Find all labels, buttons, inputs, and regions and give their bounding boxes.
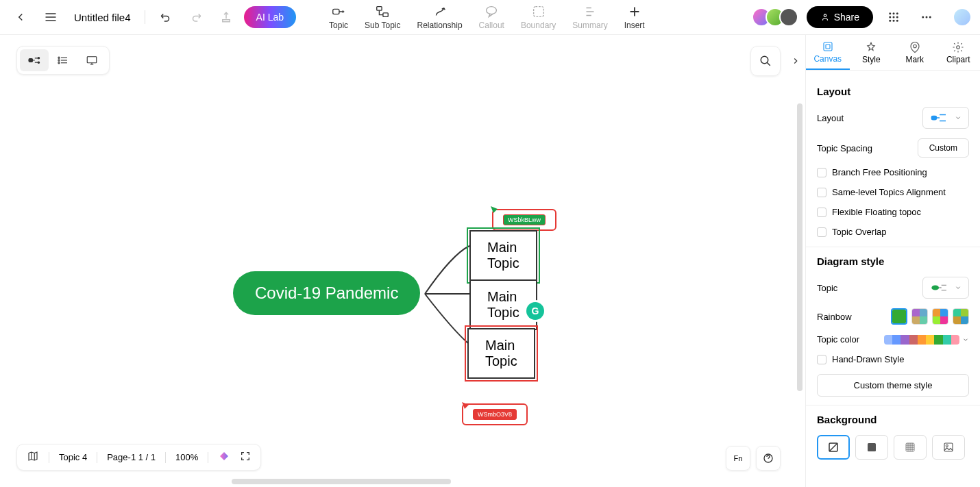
topic-style-select[interactable]	[922, 277, 969, 299]
svg-rect-27	[824, 42, 832, 51]
svg-point-32	[931, 285, 939, 290]
fullscreen-button[interactable]	[240, 451, 251, 464]
export-button[interactable]	[214, 5, 238, 29]
function-button[interactable]: Fn	[726, 446, 750, 471]
tab-style-label: Style	[862, 55, 881, 64]
collaborator-avatars[interactable]	[757, 8, 798, 27]
back-button[interactable]	[8, 5, 33, 29]
svg-point-5	[824, 14, 826, 17]
svg-point-37	[946, 445, 948, 447]
topic-count[interactable]: Topic 4	[59, 452, 87, 462]
tab-style[interactable]: Style	[850, 35, 894, 70]
main-topic-3[interactable]: Main Topic	[467, 328, 535, 379]
diagram-section-title: Diagram style	[817, 255, 969, 267]
grammarly-icon[interactable]: G	[526, 302, 544, 320]
branch-free-checkbox[interactable]: Branch Free Positioning	[817, 167, 969, 177]
file-name[interactable]: Untitled file4	[69, 12, 136, 23]
cursor-tag-2: WSmbO3V8	[473, 409, 517, 420]
main-topic-1[interactable]: Main Topic	[469, 230, 537, 281]
svg-rect-28	[826, 45, 830, 49]
custom-theme-button[interactable]: Custom theme style	[817, 374, 969, 397]
custom-spacing-button[interactable]: Custom	[918, 138, 969, 158]
same-level-checkbox[interactable]: Same-level Topics Alignment	[817, 187, 969, 197]
svg-point-7	[893, 12, 895, 14]
vertical-scrollbar[interactable]	[797, 103, 803, 391]
insert-label: Insert	[624, 21, 645, 30]
page-info[interactable]: Page-1 1 / 1	[107, 452, 156, 462]
svg-rect-36	[944, 443, 953, 451]
canvas[interactable]: Covid-19 Pandemic WSbkBLww Main Topic Ma…	[0, 35, 805, 487]
svg-point-21	[58, 57, 60, 58]
bg-pattern[interactable]	[894, 435, 927, 460]
boundary-label: Boundary	[521, 21, 556, 30]
rainbow-opt-2[interactable]	[911, 308, 928, 325]
summary-label: Summary	[572, 21, 607, 30]
central-topic[interactable]: Covid-19 Pandemic	[233, 271, 420, 315]
ai-lab-button[interactable]: AI Lab	[244, 6, 296, 28]
svg-rect-31	[931, 116, 936, 119]
hand-drawn-checkbox[interactable]: Hand-Drawn Style	[817, 354, 969, 364]
svg-point-10	[893, 16, 895, 18]
sub-topic-tool[interactable]: Sub Topic	[365, 4, 400, 30]
search-button[interactable]	[750, 46, 781, 76]
layout-select[interactable]	[922, 107, 969, 129]
background-section-title: Background	[817, 414, 969, 425]
rainbow-opt-3[interactable]	[932, 308, 948, 325]
svg-point-9	[889, 16, 891, 18]
svg-point-29	[914, 45, 917, 48]
svg-point-20	[38, 62, 39, 63]
help-button[interactable]	[756, 446, 781, 471]
bg-solid[interactable]	[855, 435, 888, 460]
menu-button[interactable]	[38, 5, 63, 29]
bg-none[interactable]	[817, 435, 850, 460]
svg-point-19	[38, 58, 39, 59]
view-mode-toggle	[16, 46, 110, 75]
status-bar: Topic 4 Page-1 1 / 1 100%	[16, 444, 261, 471]
tab-clipart-label: Clipart	[946, 55, 970, 64]
cursor-tag: WSbkBLww	[503, 214, 546, 225]
horizontal-scrollbar[interactable]	[232, 479, 451, 484]
svg-point-11	[896, 16, 898, 18]
svg-rect-24	[87, 57, 97, 63]
svg-point-14	[896, 20, 898, 22]
tab-clipart[interactable]: Clipart	[937, 35, 981, 70]
svg-rect-18	[29, 59, 33, 62]
share-button[interactable]: Share	[807, 6, 873, 28]
rainbow-opt-4[interactable]	[953, 308, 969, 325]
relationship-label: Relationship	[417, 21, 463, 30]
topic-tool[interactable]: Topic	[329, 4, 348, 30]
sub-topic-label: Sub Topic	[365, 21, 400, 30]
topic-color-strip[interactable]	[884, 335, 959, 345]
outline-view-button[interactable]	[49, 49, 77, 71]
flexible-checkbox[interactable]: Flexible Floating topoc	[817, 207, 969, 217]
zoom-level[interactable]: 100%	[175, 452, 198, 462]
bg-image[interactable]	[932, 435, 965, 460]
rainbow-opt-1[interactable]	[891, 308, 907, 325]
svg-point-17	[929, 16, 931, 18]
svg-rect-4	[533, 7, 543, 17]
more-button[interactable]	[914, 5, 939, 29]
redo-button[interactable]	[184, 5, 208, 29]
presentation-view-button[interactable]	[77, 49, 106, 71]
svg-point-13	[893, 20, 895, 22]
tab-mark[interactable]: Mark	[893, 35, 937, 70]
avatar	[779, 8, 798, 27]
undo-button[interactable]	[154, 5, 178, 29]
ai-icon[interactable]	[218, 450, 230, 464]
apps-button[interactable]	[881, 5, 906, 29]
tab-canvas[interactable]: Canvas	[806, 35, 850, 70]
callout-tool: Callout	[479, 4, 504, 30]
topic-color-label: Topic color	[817, 334, 859, 345]
insert-tool[interactable]: Insert	[624, 4, 645, 30]
mindmap-view-button[interactable]	[20, 49, 49, 71]
svg-point-16	[926, 16, 928, 18]
panel-collapse-button[interactable]	[786, 46, 805, 76]
main-topic-2[interactable]: Main Topic	[469, 279, 537, 330]
map-icon[interactable]	[27, 450, 39, 464]
chevron-down-icon[interactable]	[962, 336, 969, 343]
overlap-checkbox[interactable]: Topic Overlap	[817, 227, 969, 237]
topic-spacing-label: Topic Spacing	[817, 143, 872, 153]
callout-label: Callout	[479, 21, 504, 30]
user-avatar[interactable]	[953, 8, 972, 27]
relationship-tool[interactable]: Relationship	[417, 4, 463, 30]
